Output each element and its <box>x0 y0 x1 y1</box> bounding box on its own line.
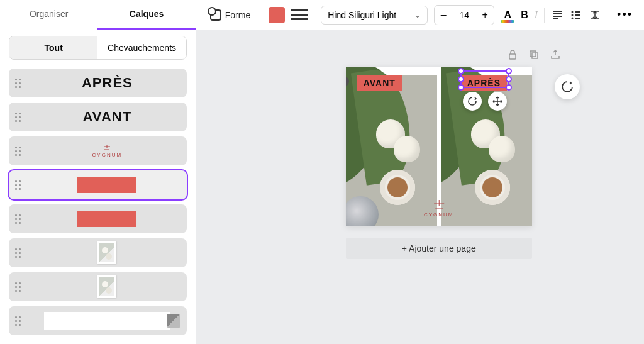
rotate-button[interactable] <box>463 92 482 111</box>
design-page[interactable]: Ok AVANT APRÈS CYGNUM <box>346 67 532 226</box>
divider <box>314 8 314 23</box>
align-button[interactable] <box>551 9 564 21</box>
resize-handle[interactable] <box>506 68 512 74</box>
layer-text-avant[interactable]: AVANT <box>9 103 187 131</box>
layer-image-1[interactable] <box>9 238 187 267</box>
shape-swatch <box>77 211 136 227</box>
drag-handle-icon[interactable] <box>15 214 25 224</box>
font-size-decrease[interactable]: – <box>435 6 452 25</box>
resize-handle[interactable] <box>458 68 464 74</box>
svg-point-0 <box>572 11 574 13</box>
duplicate-icon[interactable] <box>528 49 541 62</box>
layer-image-2[interactable] <box>9 272 187 301</box>
add-page-button[interactable]: + Ajouter une page <box>346 238 532 259</box>
layer-filter: Tout Chevauchements <box>0 30 196 66</box>
shape-tool[interactable]: Forme <box>205 6 255 25</box>
canvas[interactable]: Ok AVANT APRÈS CYGNUM <box>196 30 644 344</box>
divider <box>608 8 608 23</box>
chevron-down-icon: ⌄ <box>414 11 421 19</box>
resize-handle[interactable] <box>458 84 464 91</box>
bg-thumbnail <box>44 312 170 330</box>
layer-shape-red-1[interactable] <box>9 170 187 199</box>
drag-handle-icon[interactable] <box>15 248 25 258</box>
move-button[interactable] <box>488 92 507 111</box>
svg-point-2 <box>572 17 574 19</box>
spacing-button[interactable] <box>589 9 601 21</box>
list-button[interactable] <box>570 9 582 21</box>
layer-background[interactable] <box>9 306 187 335</box>
svg-rect-4 <box>530 51 536 57</box>
tab-organize[interactable]: Organiser <box>0 0 97 30</box>
font-size-input[interactable] <box>452 10 476 20</box>
drag-handle-icon[interactable] <box>15 113 25 122</box>
svg-point-1 <box>572 14 574 16</box>
svg-rect-5 <box>532 53 538 58</box>
more-button[interactable]: ••• <box>614 8 635 21</box>
resize-handle[interactable] <box>506 84 512 91</box>
drag-handle-icon[interactable] <box>15 79 25 88</box>
image-thumbnail <box>97 241 116 264</box>
logo-thumbnail: CYGNUM <box>92 145 123 158</box>
magic-button[interactable] <box>555 74 580 99</box>
selection-box[interactable] <box>460 70 509 88</box>
svg-point-6 <box>570 89 571 90</box>
layers-list: APRÈS AVANT CYGNUM <box>0 66 196 344</box>
image-thumbnail <box>97 275 116 298</box>
resize-handle[interactable] <box>458 76 464 82</box>
context-toolbar: Forme Hind Siliguri Light ⌄ – + A B I <box>196 0 644 30</box>
filter-all[interactable]: Tout <box>9 36 97 59</box>
shape-icon <box>210 9 221 21</box>
gradient-icon <box>167 314 180 328</box>
layer-label: APRÈS <box>82 75 133 91</box>
resize-handle[interactable] <box>506 76 512 82</box>
font-name: Hind Siliguri Light <box>328 10 396 20</box>
filter-overlaps[interactable]: Chevauchements <box>97 36 186 59</box>
before-label[interactable]: AVANT <box>357 75 402 91</box>
fill-color[interactable] <box>269 7 285 23</box>
editor-area: Forme Hind Siliguri Light ⌄ – + A B I <box>196 0 644 344</box>
drag-handle-icon[interactable] <box>15 316 25 326</box>
font-family-select[interactable]: Hind Siliguri Light ⌄ <box>321 6 428 25</box>
italic-button[interactable]: I <box>535 9 538 21</box>
drag-handle-icon[interactable] <box>15 282 25 292</box>
center-logo: CYGNUM <box>424 200 454 218</box>
font-size-stepper: – + <box>434 5 494 25</box>
divider <box>544 8 545 23</box>
divider <box>262 8 262 23</box>
drag-handle-icon[interactable] <box>15 180 25 190</box>
bold-button[interactable]: B <box>521 9 528 21</box>
page-actions <box>507 49 562 62</box>
border-style[interactable] <box>291 7 308 23</box>
text-color-letter: A <box>504 9 511 20</box>
svg-rect-3 <box>509 54 516 59</box>
export-icon[interactable] <box>550 49 562 62</box>
shape-swatch <box>77 177 136 193</box>
shape-label: Forme <box>225 10 250 20</box>
layer-shape-red-2[interactable] <box>9 204 187 233</box>
layers-panel: Organiser Calques Tout Chevauchements AP… <box>0 0 196 344</box>
color-bar <box>501 20 514 23</box>
layer-logo[interactable]: CYGNUM <box>9 136 187 165</box>
panel-tabs: Organiser Calques <box>0 0 196 30</box>
font-size-increase[interactable]: + <box>476 6 494 25</box>
drag-handle-icon[interactable] <box>15 147 25 156</box>
text-color[interactable]: A <box>501 9 514 21</box>
tab-layers[interactable]: Calques <box>97 0 195 30</box>
layer-text-apres[interactable]: APRÈS <box>9 69 187 97</box>
layer-label: AVANT <box>83 109 132 125</box>
lock-icon[interactable] <box>507 49 519 62</box>
